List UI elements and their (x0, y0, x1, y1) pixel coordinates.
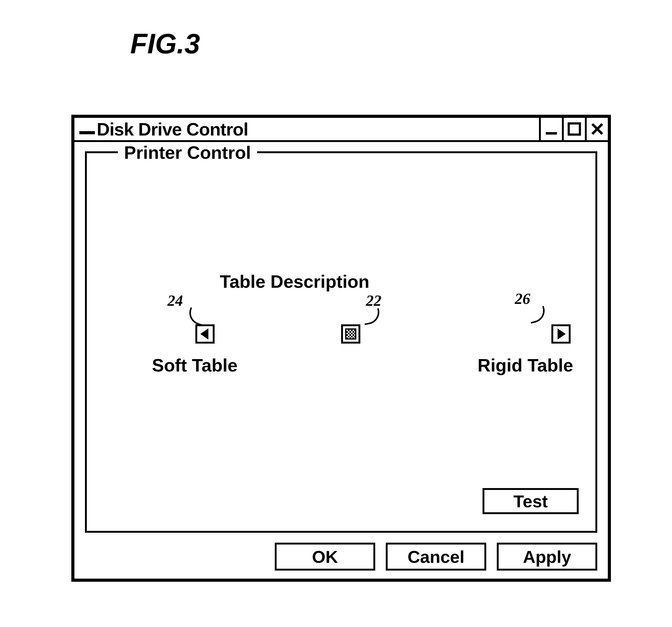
svg-rect-1 (569, 123, 580, 135)
svg-rect-0 (546, 132, 557, 135)
triangle-left-icon (200, 329, 208, 340)
slider-row (87, 324, 595, 347)
soft-table-label: Soft Table (152, 355, 238, 376)
groupbox-legend: Printer Control (118, 142, 257, 163)
apply-button[interactable]: Apply (497, 542, 597, 571)
thumb-pattern-icon (345, 329, 356, 340)
callout-22: 22 (366, 291, 381, 310)
callout-24: 24 (167, 291, 183, 310)
cancel-button[interactable]: Cancel (386, 542, 486, 571)
increase-button[interactable] (551, 324, 571, 343)
slider-thumb[interactable] (341, 324, 360, 343)
minimize-icon (544, 122, 559, 137)
callout-arc-icon (527, 306, 547, 324)
titlebar-dash-icon (79, 131, 95, 134)
dialog-button-row: OK Cancel Apply (85, 542, 597, 571)
close-button[interactable] (585, 118, 608, 140)
minimize-button[interactable] (539, 118, 562, 140)
callout-arc-icon (362, 308, 381, 325)
maximize-button[interactable] (562, 118, 585, 140)
figure-label: FIG.3 (130, 28, 200, 60)
ok-button[interactable]: OK (275, 542, 375, 571)
dialog-window: Disk Drive Control Printer Control Table… (71, 115, 611, 582)
rigid-table-label: Rigid Table (478, 355, 573, 376)
callout-arc-icon (186, 307, 207, 326)
printer-control-group: Printer Control Table Description 24 22 … (85, 151, 597, 533)
triangle-right-icon (557, 329, 566, 340)
window-title: Disk Drive Control (97, 119, 248, 140)
callout-26: 26 (515, 290, 530, 308)
close-icon (590, 122, 605, 137)
client-area: Printer Control Table Description 24 22 … (74, 142, 608, 579)
decrease-button[interactable] (195, 324, 215, 343)
window-controls (539, 118, 608, 140)
test-button[interactable]: Test (482, 488, 579, 514)
maximize-icon (567, 122, 582, 137)
titlebar: Disk Drive Control (74, 118, 608, 142)
